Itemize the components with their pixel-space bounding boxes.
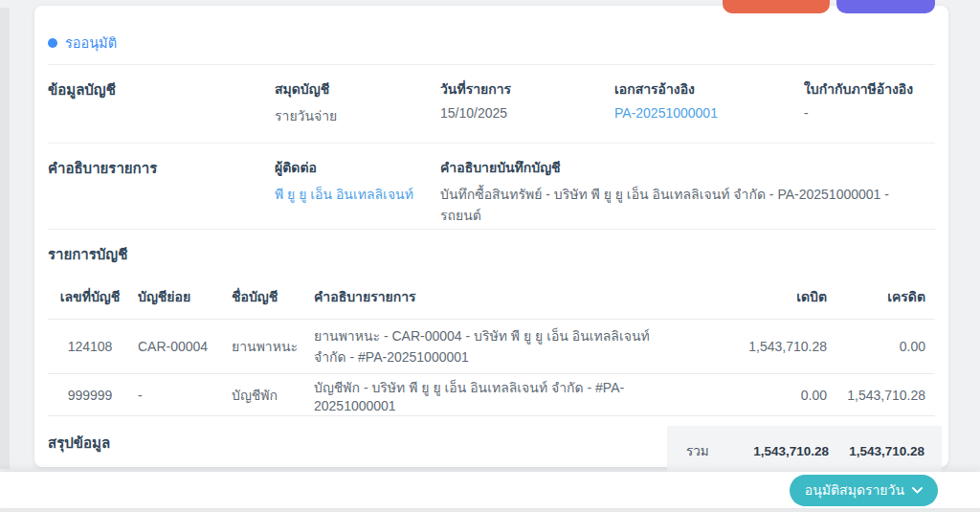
total-credit: 1,543,710.28: [829, 444, 924, 458]
status-dot-icon: [48, 38, 57, 48]
tax-ref-label: ใบกำกับภาษีอ้างอิง: [804, 78, 935, 100]
book-label: สมุดบัญชี: [275, 78, 440, 100]
description-title: คำอธิบายรายการ: [48, 157, 275, 229]
total-debit: 1,543,710.28: [734, 444, 829, 458]
cell-credit: 0.00: [840, 339, 925, 354]
col-account-no: เลขที่บัญชี: [56, 286, 124, 307]
entries-table-header: เลขที่บัญชี บัญชีย่อย ชื่อบัญชี คำอธิบาย…: [48, 274, 935, 320]
ref-doc-label: เอกสารอ้างอิง: [614, 78, 804, 100]
description-section: คำอธิบายรายการ ผู้ติดต่อ พี ยู ยู เอ็น อ…: [48, 144, 935, 230]
cell-account-name: ยานพาหนะ: [232, 336, 301, 357]
table-row: 999999 - บัญชีพัก บัญชีพัก - บริษัท พี ย…: [48, 374, 935, 416]
summary-section: สรุปข้อมูล รวม 1,543,710.28 1,543,710.28: [48, 416, 935, 476]
account-info-title: ข้อมูลบัญชี: [48, 78, 275, 143]
bottom-action-bar: อนุมัติสมุดรายวัน: [0, 472, 980, 508]
approve-journal-button[interactable]: อนุมัติสมุดรายวัน: [790, 475, 938, 506]
account-info-section: ข้อมูลบัญชี สมุดบัญชี รายวันจ่าย วันที่ร…: [48, 65, 935, 144]
date-label: วันที่รายการ: [440, 78, 614, 100]
cell-account-no: 999999: [56, 388, 124, 403]
date-value: 15/10/2025: [440, 105, 614, 121]
cell-sub-account: -: [138, 388, 218, 403]
tax-ref-value: -: [804, 105, 935, 121]
contact-label: ผู้ติดต่อ: [275, 157, 440, 178]
cell-account-no: 124108: [56, 339, 124, 354]
ref-doc-link[interactable]: PA-20251000001: [614, 105, 804, 121]
note-label: คำอธิบายบันทึกบัญชี: [440, 157, 906, 178]
col-debit: เดบิต: [679, 286, 827, 307]
contact-link[interactable]: พี ยู ยู เอ็น อินเทลลิเจนท์: [275, 184, 440, 205]
approve-button-label: อนุมัติสมุดรายวัน: [805, 479, 904, 501]
summary-totals-box: รวม 1,543,710.28 1,543,710.28: [667, 426, 942, 476]
col-description: คำอธิบายรายการ: [314, 286, 665, 307]
top-action-button-purple[interactable]: [836, 0, 935, 13]
status-row: รออนุมัติ: [48, 6, 935, 65]
table-row: 124108 CAR-00004 ยานพาหนะ ยานพาหนะ - CAR…: [48, 320, 935, 374]
cell-sub-account: CAR-00004: [138, 339, 218, 354]
status-badge: รออนุมัติ: [65, 32, 117, 54]
cell-debit: 1,543,710.28: [679, 339, 827, 354]
col-credit: เครดิต: [840, 286, 925, 307]
top-action-button-orange[interactable]: [723, 0, 830, 13]
page-left-gutter: [0, 8, 10, 469]
col-account-name: ชื่อบัญชี: [232, 286, 301, 307]
note-value: บันทึกซื้อสินทรัพย์ - บริษัท พี ยู ยู เอ…: [440, 184, 906, 226]
summary-title: สรุปข้อมูล: [48, 426, 110, 455]
book-value: รายวันจ่าย: [275, 105, 440, 126]
chevron-down-icon: [912, 487, 923, 494]
cell-description: ยานพาหนะ - CAR-00004 - บริษัท พี ยู ยู เ…: [314, 325, 665, 367]
cell-credit: 1,543,710.28: [840, 388, 925, 403]
page-bottom-edge: [0, 508, 980, 512]
cell-description: บัญชีพัก - บริษัท พี ยู ยู เอ็น อินเทลลิ…: [314, 377, 665, 413]
journal-detail-card: รออนุมัติ ข้อมูลบัญชี สมุดบัญชี รายวันจ่…: [34, 6, 948, 467]
cell-debit: 0.00: [679, 388, 827, 403]
cell-account-name: บัญชีพัก: [232, 385, 301, 406]
total-label: รวม: [686, 440, 734, 461]
col-sub-account: บัญชีย่อย: [138, 286, 218, 307]
entries-title: รายการบัญชี: [48, 230, 935, 266]
